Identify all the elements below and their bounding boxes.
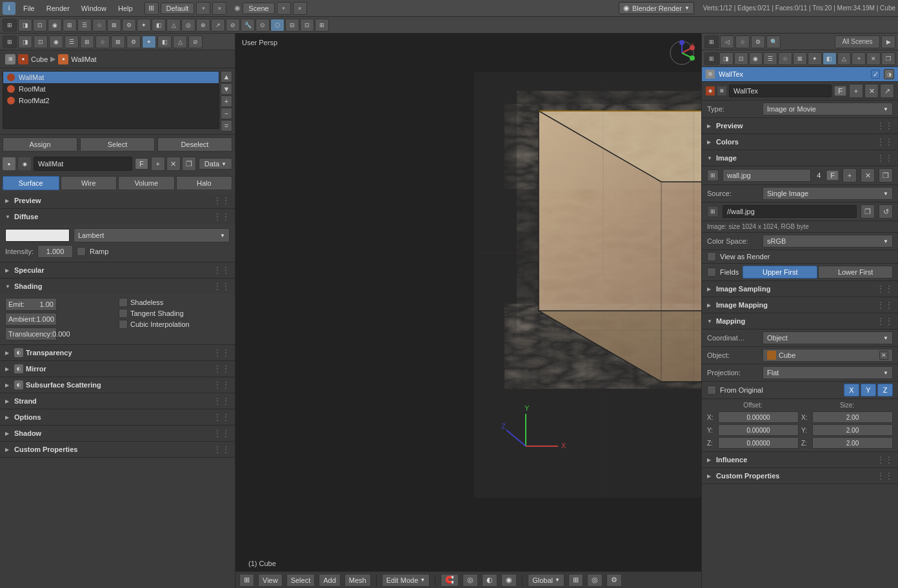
rp-colors-header[interactable]: ▶ Colors ⋮⋮	[702, 134, 898, 150]
engine-selector[interactable]: ◉ Blender Render ▼	[619, 2, 694, 14]
tb-btn-1[interactable]: ◨	[18, 19, 32, 32]
object-remove-btn[interactable]: ✕	[879, 351, 888, 360]
walltex-item[interactable]: ⊞ WallTex ✓ ◑	[702, 67, 898, 82]
tb-btn-16[interactable]: 🔧	[241, 19, 255, 32]
material-item-roofmat[interactable]: RoofMat	[3, 83, 219, 95]
lt-btn-12[interactable]: ⊘	[188, 35, 203, 48]
section-shadow[interactable]: ▶ Shadow ⋮⋮	[0, 426, 235, 442]
vp-snap-btn[interactable]: 🧲	[441, 574, 459, 587]
rp-image-mapping-header[interactable]: ▶ Image Mapping ⋮⋮	[702, 297, 898, 313]
rp-btn-2[interactable]: ◨	[719, 52, 733, 65]
mat-op-add[interactable]: +	[151, 157, 165, 171]
rp-btn-8[interactable]: ✦	[808, 52, 822, 65]
source-dropdown[interactable]: Single Image ▼	[763, 187, 893, 200]
lower-first-btn[interactable]: Lower First	[818, 266, 893, 279]
image-browse-btn[interactable]: ⊞	[707, 170, 719, 181]
rp-btn-7[interactable]: ⊠	[793, 52, 807, 65]
mat-scroll-down[interactable]: ▼	[221, 83, 232, 95]
rt-scenes-btn[interactable]: All Scenes	[835, 35, 880, 48]
tb-btn-19[interactable]: ⊟	[285, 19, 299, 32]
type-dropdown[interactable]: Image or Movie ▼	[763, 103, 893, 115]
tb-btn-6[interactable]: ☆	[92, 19, 106, 32]
material-item-roofmat2[interactable]: RoofMat2	[3, 95, 219, 106]
intensity-field[interactable]: 1.000	[37, 245, 73, 258]
deselect-button[interactable]: Deselect	[157, 137, 232, 152]
mat-op-remove[interactable]: ✕	[166, 157, 181, 171]
rt-btn-2[interactable]: ☆	[735, 35, 750, 48]
rt-btn-3[interactable]: ⚙	[751, 35, 765, 48]
layout-icon-btn[interactable]: ⊞	[145, 2, 159, 15]
size-y-field[interactable]: 2.00	[812, 424, 893, 436]
select-button[interactable]: Select	[80, 137, 155, 152]
diffuse-shader-dropdown[interactable]: Lambert ▼	[74, 228, 230, 242]
rp-btn-6[interactable]: ☆	[778, 52, 792, 65]
z-btn[interactable]: Z	[877, 384, 893, 397]
rp-image-sampling-header[interactable]: ▶ Image Sampling ⋮⋮	[702, 281, 898, 297]
tb-btn-13[interactable]: ⊕	[196, 19, 210, 32]
vp-proportional-btn[interactable]: ◎	[463, 574, 478, 587]
lt-btn-6[interactable]: ☆	[95, 35, 110, 48]
walltex-checkbox[interactable]: ✓	[871, 70, 880, 79]
scene-selector[interactable]: Scene	[243, 3, 274, 14]
section-custom-properties[interactable]: ▶ Custom Properties ⋮⋮	[0, 442, 235, 458]
coord-dropdown[interactable]: Object ▼	[763, 331, 893, 344]
section-transparency[interactable]: ▶ ◐ Transparency ⋮⋮	[0, 345, 235, 361]
image-add-btn[interactable]: +	[843, 168, 857, 182]
walltex-browse[interactable]: ↗	[880, 84, 894, 98]
path-field[interactable]: //wall.jpg	[723, 205, 857, 218]
tb-btn-4[interactable]: ⊞	[63, 19, 77, 32]
lt-btn-9[interactable]: ✦	[142, 35, 156, 48]
menu-window[interactable]: Window	[77, 3, 110, 14]
lt-btn-8[interactable]: ⚙	[126, 35, 141, 48]
vp-xray-btn[interactable]: ◐	[482, 574, 497, 587]
section-mirror[interactable]: ▶ ◐ Mirror ⋮⋮	[0, 361, 235, 377]
emit-label-field[interactable]: Emit: 1.00	[5, 298, 57, 311]
lt-btn-7[interactable]: ⊠	[111, 35, 125, 48]
rp-btn-9[interactable]: ◧	[823, 52, 837, 65]
y-btn[interactable]: Y	[861, 384, 876, 397]
tb-btn-15[interactable]: ⊘	[226, 19, 240, 32]
rp-btn-add[interactable]: +	[852, 52, 866, 65]
vp-mode-btn[interactable]: Edit Mode ▼	[382, 574, 430, 587]
tb-btn-21[interactable]: ⊞	[315, 19, 329, 32]
size-z-field[interactable]: 2.00	[812, 437, 893, 449]
shadeless-checkbox[interactable]	[119, 298, 128, 307]
tb-btn-18[interactable]: ⬡	[270, 19, 284, 32]
vp-global-btn[interactable]: Global ▼	[528, 574, 564, 587]
tb-btn-17[interactable]: ⊙	[255, 19, 270, 32]
projection-dropdown[interactable]: Flat ▼	[763, 366, 893, 379]
view-as-render-checkbox[interactable]	[707, 252, 716, 261]
rp-btn-4[interactable]: ◉	[749, 52, 763, 65]
mat-options[interactable]: =	[221, 120, 232, 132]
tb-btn-9[interactable]: ✦	[137, 19, 151, 32]
menu-help[interactable]: Help	[114, 3, 137, 14]
rp-custom-props-header[interactable]: ▶ Custom Properties ⋮⋮	[702, 468, 898, 484]
size-x-field[interactable]: 2.00	[812, 411, 893, 423]
walltex-view-btn[interactable]: ◑	[884, 69, 894, 79]
mat-name-input[interactable]	[34, 157, 132, 171]
tb-btn-7[interactable]: ⊠	[107, 19, 121, 32]
offset-x-field[interactable]: 0.00000	[718, 411, 799, 423]
section-subsurface[interactable]: ▶ ◐ Subsurface Scattering ⋮⋮	[0, 377, 235, 393]
translucency-label-field[interactable]: Translucency: 0.000	[5, 328, 57, 340]
vp-select-btn[interactable]: Select	[286, 574, 315, 587]
rp-mapping-header[interactable]: ▼ Mapping ⋮⋮	[702, 313, 898, 329]
walltex-add[interactable]: +	[849, 84, 863, 98]
from-original-checkbox[interactable]	[707, 386, 716, 395]
scene-add-btn[interactable]: +	[277, 2, 291, 15]
section-options[interactable]: ▶ Options ⋮⋮	[0, 409, 235, 426]
tb-btn-10[interactable]: ◧	[152, 19, 166, 32]
scene-close-btn[interactable]: ×	[293, 2, 307, 15]
mat-remove[interactable]: −	[221, 108, 232, 119]
tab-wire[interactable]: Wire	[61, 176, 117, 190]
tb-btn-3[interactable]: ◉	[48, 19, 62, 32]
tb-btn-2[interactable]: ⊡	[33, 19, 47, 32]
tb-btn-8[interactable]: ⚙	[122, 19, 136, 32]
section-specular[interactable]: ▶ Specular ⋮⋮	[0, 262, 235, 279]
path-reload-btn[interactable]: ↺	[879, 204, 893, 219]
diffuse-header[interactable]: ▼ Diffuse ⋮⋮	[0, 209, 235, 224]
lt-view-icon[interactable]: ⊞	[3, 35, 17, 48]
offset-y-field[interactable]: 0.00000	[718, 424, 799, 436]
breadcrumb-material[interactable]: WallMat	[71, 55, 96, 63]
menu-file[interactable]: File	[19, 3, 39, 14]
